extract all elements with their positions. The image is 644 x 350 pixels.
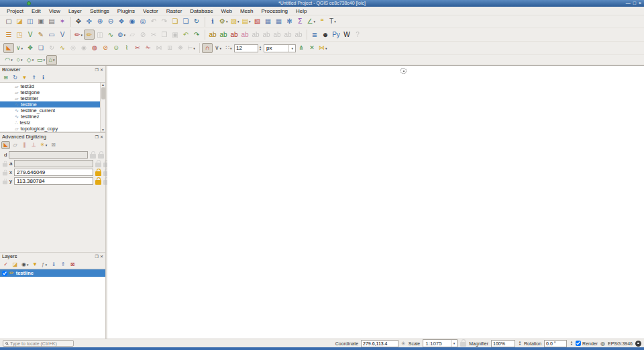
show-layout-manager[interactable]: ▤ ▾ (46, 17, 57, 27)
snapping-type-vertex[interactable]: ∷ ▾ (223, 43, 234, 53)
snapping-units-select[interactable]: px ▾ (264, 44, 296, 52)
browser-item[interactable]: ▱ testinter (0, 95, 100, 101)
split-parts[interactable]: ✁ ▾ (143, 43, 154, 53)
redo[interactable]: ↷ ▾ (191, 30, 202, 40)
refresh-map[interactable]: ↻ ▾ (191, 17, 202, 27)
enable-cad-input[interactable]: ◣ ▾ (1, 141, 10, 149)
deselect-all[interactable]: ▧ ▾ (252, 17, 262, 27)
snapping-tolerance-input[interactable] (234, 44, 258, 52)
toggle-editing[interactable]: ✏ ▾ (84, 30, 95, 40)
menu-project[interactable]: Project (3, 7, 28, 15)
browser-item[interactable]: ▱ topological_copy (0, 126, 100, 132)
zoom-full[interactable]: ❖ ▾ (116, 17, 127, 27)
db-manager[interactable]: ≣ ▾ (309, 30, 320, 40)
add-part[interactable]: ◉ ▾ (78, 43, 89, 53)
browser-item[interactable]: ∴ testz (0, 120, 100, 126)
minimize-button[interactable]: — (626, 0, 631, 7)
scale-select[interactable]: 1:1075 ▾ (423, 339, 458, 347)
processing-toolbox[interactable]: ✻ ▾ (284, 17, 294, 27)
trim-extend[interactable]: ⊢ ▾ (186, 43, 197, 53)
add-selected-layers[interactable]: ⊞ (1, 74, 10, 82)
select-features[interactable]: ▨ ▾ (229, 17, 240, 27)
simplify-feature[interactable]: ∿ ▾ (57, 43, 68, 53)
new-map-view[interactable]: ❏ ▾ (170, 17, 180, 27)
magnifier-input[interactable] (491, 340, 515, 347)
add-group[interactable]: ◪ ▾ (11, 261, 19, 269)
properties-widget[interactable]: ℹ (39, 74, 48, 82)
enable-tracing[interactable]: ⋈ ▾ (317, 43, 329, 53)
remove-layer[interactable]: ⊠ ▾ (68, 261, 77, 269)
layer-item[interactable]: ✏ testline (0, 269, 105, 277)
circle[interactable]: ○ ▾ (14, 55, 25, 65)
layer-labeling-options[interactable]: ab ▾ (218, 30, 229, 40)
menu-settings[interactable]: Settings (86, 7, 113, 15)
scroll-down-icon[interactable]: ▼ (101, 128, 105, 132)
scale-lock-icon[interactable] (460, 342, 466, 347)
tolerance-spinner[interactable]: ▲ ▼ (259, 46, 262, 51)
text-annotation[interactable]: T ▾ (327, 17, 338, 27)
browser-item[interactable]: ▱ test3d (0, 83, 100, 89)
ellipse[interactable]: ◇ ▾ (25, 55, 36, 65)
delete-selected[interactable]: ⊘ ▾ (138, 30, 148, 40)
y-field[interactable] (14, 177, 93, 185)
paste-features[interactable]: ▣ ▾ (170, 30, 180, 40)
new-virtual-layer[interactable]: V ▾ (57, 30, 68, 40)
enable-snapping[interactable]: ∩ ▾ (202, 43, 213, 53)
close-button[interactable]: × (639, 0, 641, 7)
browser-item[interactable]: ∿ testlinez (0, 114, 100, 120)
attribute-table-dock[interactable]: ▦ ▾ (273, 17, 284, 27)
rotate-point-symbols[interactable]: ❋ ▾ (175, 43, 186, 53)
collapse-all-layers[interactable]: ⇑ ▾ (59, 261, 68, 269)
menu-view[interactable]: View (45, 7, 64, 15)
layer-visibility-checkbox[interactable] (2, 271, 7, 276)
repeating-lock-icon[interactable] (98, 154, 104, 159)
menu-web[interactable]: Web (217, 7, 236, 15)
add-line-feature[interactable]: ∿ ▾ (105, 30, 116, 40)
new-geopackage-layer[interactable]: ◳ ▾ (14, 30, 25, 40)
perpendicular-constraint[interactable]: ⊥ ▾ (30, 141, 38, 149)
regular-polygon[interactable]: ⌂ ▾ (46, 55, 57, 65)
browser-item[interactable]: ▱ testgone (0, 89, 100, 95)
circular-string-radius[interactable]: ◠ ▾ (3, 55, 14, 65)
move-label[interactable]: ab ▾ (261, 30, 272, 40)
rotation-input[interactable] (544, 340, 567, 347)
python-console[interactable]: Py ▾ (331, 30, 341, 40)
wkt-plugin[interactable]: W ▾ (341, 30, 352, 40)
new-print-layout[interactable]: ▣ ▾ (36, 17, 46, 27)
rotate-feature[interactable]: ↻ ▾ (46, 43, 57, 53)
crs-status[interactable]: EPSG:3946 (608, 341, 633, 346)
lock-value-icon[interactable] (95, 163, 101, 167)
refresh-browser[interactable]: ↻ (11, 74, 19, 82)
run-feature-action[interactable]: ⚙ ▾ (218, 17, 229, 27)
menu-plugins[interactable]: Plugins (113, 7, 139, 15)
browser-item[interactable]: ∿ testline (0, 101, 100, 107)
close-panel-icon[interactable]: ✕ (100, 67, 103, 72)
filter-legend[interactable]: ▼ ▾ (31, 261, 40, 269)
continuous-lock-icon[interactable] (2, 163, 7, 167)
menu-help[interactable]: Help (292, 7, 311, 15)
change-label-properties[interactable]: ab ▾ (282, 30, 293, 40)
zoom-next[interactable]: ↷ ▾ (159, 17, 170, 27)
statistics-summary[interactable]: Σ ▾ (294, 17, 305, 27)
scroll-thumb[interactable] (101, 87, 105, 99)
rectangle[interactable]: ▭ ▾ (36, 55, 46, 65)
open-layer-styling[interactable]: ✓ ▾ (1, 261, 10, 269)
float-panel-icon[interactable]: ❐ (95, 67, 99, 72)
zoom-in[interactable]: ⊕ ▾ (95, 17, 105, 27)
map-canvas[interactable] (107, 66, 644, 339)
manage-map-themes[interactable]: ◉ ▾ (20, 261, 30, 269)
style-manager[interactable]: ✶ ▾ (57, 17, 68, 27)
snapping-mode[interactable]: ∨ ▾ (213, 43, 223, 53)
open-project[interactable]: ◪ ▾ (14, 17, 25, 27)
menu-raster[interactable]: Raster (162, 7, 186, 15)
menu-layer[interactable]: Layer (64, 7, 86, 15)
coordinate-input[interactable] (361, 340, 398, 347)
browser-item[interactable]: ∿ testline_current (0, 107, 100, 114)
split-features[interactable]: ✂ ▾ (132, 43, 143, 53)
undo[interactable]: ↶ ▾ (180, 30, 191, 40)
menu-mesh[interactable]: Mesh (236, 7, 258, 15)
magnifier-spinner[interactable]: ▲▼ (519, 341, 521, 346)
scroll-up-icon[interactable]: ▲ (101, 83, 105, 87)
copy-features[interactable]: ❐ ▾ (159, 30, 170, 40)
maximize-button[interactable]: □ (633, 0, 636, 7)
